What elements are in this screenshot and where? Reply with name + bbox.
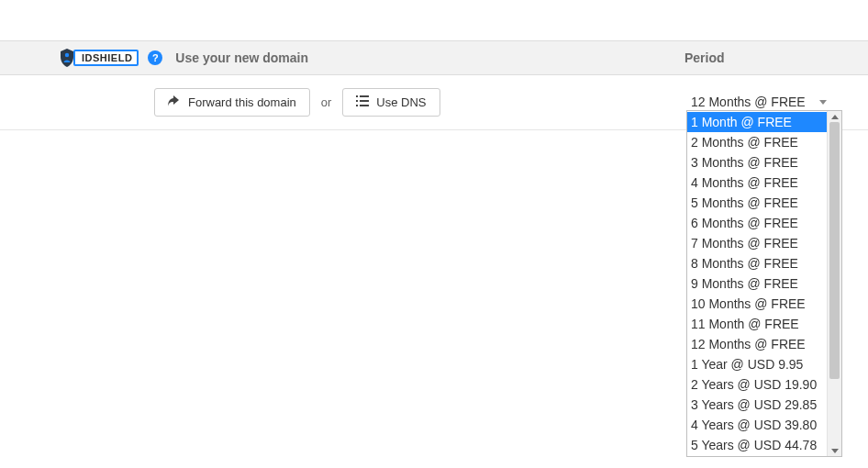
period-option[interactable]: 3 Months @ FREE bbox=[687, 152, 827, 173]
column-header-period: Period bbox=[684, 50, 868, 65]
svg-rect-3 bbox=[356, 100, 358, 102]
period-option[interactable]: 10 Months @ FREE bbox=[687, 294, 827, 314]
period-option[interactable]: 6 Years @ USD 53.73 bbox=[687, 455, 827, 456]
table-header-row: IDSHIELD ? Use your new domain Period bbox=[0, 40, 868, 75]
period-option[interactable]: 2 Years @ USD 19.90 bbox=[687, 374, 827, 395]
period-dropdown-list[interactable]: 1 Month @ FREE2 Months @ FREE3 Months @ … bbox=[687, 111, 827, 456]
period-option[interactable]: 1 Month @ FREE bbox=[687, 112, 827, 132]
idshield-label: IDSHIELD bbox=[73, 50, 139, 66]
svg-rect-6 bbox=[360, 105, 369, 106]
svg-rect-5 bbox=[356, 105, 358, 106]
idshield-icon bbox=[59, 49, 75, 67]
period-option[interactable]: 5 Years @ USD 44.78 bbox=[687, 435, 827, 455]
use-dns-button[interactable]: Use DNS bbox=[342, 88, 440, 117]
svg-point-0 bbox=[65, 53, 69, 57]
dropdown-scrollbar[interactable] bbox=[827, 111, 841, 456]
period-option[interactable]: 11 Month @ FREE bbox=[687, 314, 827, 334]
or-separator: or bbox=[321, 95, 332, 109]
period-option[interactable]: 12 Months @ FREE bbox=[687, 334, 827, 354]
period-option[interactable]: 9 Months @ FREE bbox=[687, 273, 827, 294]
use-dns-label: Use DNS bbox=[376, 95, 426, 109]
list-icon bbox=[356, 95, 369, 109]
period-option[interactable]: 2 Months @ FREE bbox=[687, 132, 827, 152]
forward-domain-label: Forward this domain bbox=[188, 95, 296, 109]
period-option[interactable]: 8 Months @ FREE bbox=[687, 253, 827, 273]
scroll-thumb[interactable] bbox=[829, 122, 840, 379]
svg-rect-2 bbox=[360, 95, 369, 97]
period-option[interactable]: 1 Year @ USD 9.95 bbox=[687, 354, 827, 374]
column-header-use-domain: Use your new domain bbox=[175, 50, 684, 65]
period-option[interactable]: 4 Months @ FREE bbox=[687, 173, 827, 193]
forward-domain-button[interactable]: Forward this domain bbox=[154, 88, 310, 117]
help-icon[interactable]: ? bbox=[148, 50, 162, 65]
svg-rect-1 bbox=[356, 95, 358, 97]
period-option[interactable]: 5 Months @ FREE bbox=[687, 193, 827, 213]
period-option[interactable]: 7 Months @ FREE bbox=[687, 233, 827, 253]
period-option[interactable]: 4 Years @ USD 39.80 bbox=[687, 415, 827, 435]
idshield-badge: IDSHIELD bbox=[59, 49, 139, 67]
forward-icon bbox=[168, 95, 181, 109]
period-option[interactable]: 6 Months @ FREE bbox=[687, 213, 827, 233]
period-option[interactable]: 3 Years @ USD 29.85 bbox=[687, 395, 827, 415]
svg-rect-4 bbox=[360, 100, 369, 102]
scroll-up-icon[interactable] bbox=[828, 111, 841, 122]
scroll-down-icon[interactable] bbox=[828, 445, 841, 456]
period-dropdown[interactable]: 1 Month @ FREE2 Months @ FREE3 Months @ … bbox=[686, 110, 842, 457]
chevron-down-icon bbox=[819, 100, 827, 105]
period-selected-value: 12 Months @ FREE bbox=[691, 95, 806, 109]
